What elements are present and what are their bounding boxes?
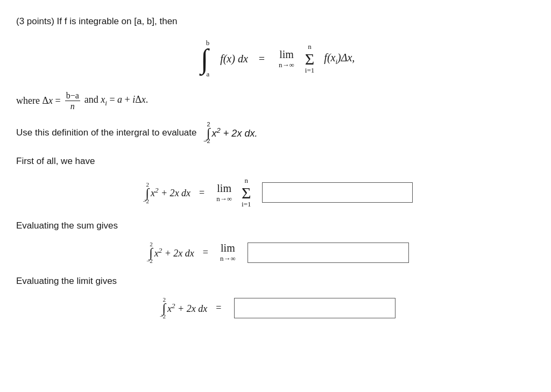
use-definition-line: Use this definition of the intergral to … — [16, 121, 535, 144]
first-of-all-line: First of all, we have — [16, 156, 535, 167]
sigma-subscript: i=1 — [305, 66, 314, 75]
lim-text: lim — [279, 48, 294, 61]
sigma-operator: n Σ i=1 — [305, 42, 314, 75]
lim-sub-2: n→∞ — [220, 254, 236, 263]
lhs-integral-2: 2 ∫ −2 x2 + 2x dx — [142, 241, 194, 264]
answer-box-3[interactable] — [234, 298, 395, 318]
inline-integral-1: 2 ∫ −2 x2 + 2x dx. — [199, 121, 257, 144]
lim-text-1: lim — [217, 182, 231, 195]
answer-box-1[interactable] — [262, 182, 413, 203]
integral-symbol: ∫ — [201, 45, 208, 73]
evaluating-sum-line: Evaluating the sum gives — [16, 220, 535, 231]
sigma-symbol: Σ — [305, 51, 314, 67]
limit-operator: lim n→∞ — [279, 48, 294, 69]
lhs-integral-1: 2 ∫ −2 x2 + 2x dx — [138, 181, 190, 204]
sigma-1: n Σ i=1 — [242, 176, 251, 209]
equals-2: = — [199, 187, 204, 198]
lhs-integral-3: 2 ∫ −2 x2 + 2x dx — [156, 296, 208, 319]
where-line: where Δx = b−a n and xi = a + iΔx. — [16, 90, 535, 111]
fraction-numerator: b−a — [65, 90, 80, 101]
delta-x-fraction: b−a n — [65, 90, 80, 111]
sigma-sym-1: Σ — [242, 185, 251, 201]
sum-term: f(xi)Δx, — [324, 52, 355, 66]
equals-3: = — [203, 247, 208, 258]
math-row-2: 2 ∫ −2 x2 + 2x dx = lim n→∞ — [16, 241, 535, 264]
sigma-sub-1: i=1 — [242, 200, 251, 209]
lim-subscript: n→∞ — [279, 61, 294, 69]
integral-definition-display: b ∫ a f(x) dx = lim n→∞ n Σ i=1 f(xi)Δx, — [16, 39, 535, 79]
fraction-denominator: n — [69, 101, 76, 111]
evaluating-limit-line: Evaluating the limit gives — [16, 276, 535, 287]
integrand-fx: f(x) dx — [220, 53, 248, 65]
math-row-3: 2 ∫ −2 x2 + 2x dx = — [16, 296, 535, 319]
where-delta-label: where Δx = — [16, 95, 61, 106]
limit-1: lim n→∞ — [216, 182, 232, 203]
math-row-1: 2 ∫ −2 x2 + 2x dx = lim n→∞ n Σ i=1 — [16, 176, 535, 209]
and-xi-label: and xi = a + iΔx. — [84, 94, 149, 108]
limit-2: lim n→∞ — [220, 242, 236, 263]
problem-header: (3 points) If f is integrable on [a, b],… — [16, 16, 535, 27]
main-integral: b ∫ a — [196, 39, 210, 79]
equals-4: = — [216, 302, 221, 313]
use-def-text: Use this definition of the intergral to … — [16, 127, 196, 138]
lim-sub-1: n→∞ — [216, 195, 232, 203]
lim-text-2: lim — [221, 242, 235, 254]
answer-box-2[interactable] — [248, 243, 409, 263]
equals-sign-1: = — [259, 53, 265, 65]
